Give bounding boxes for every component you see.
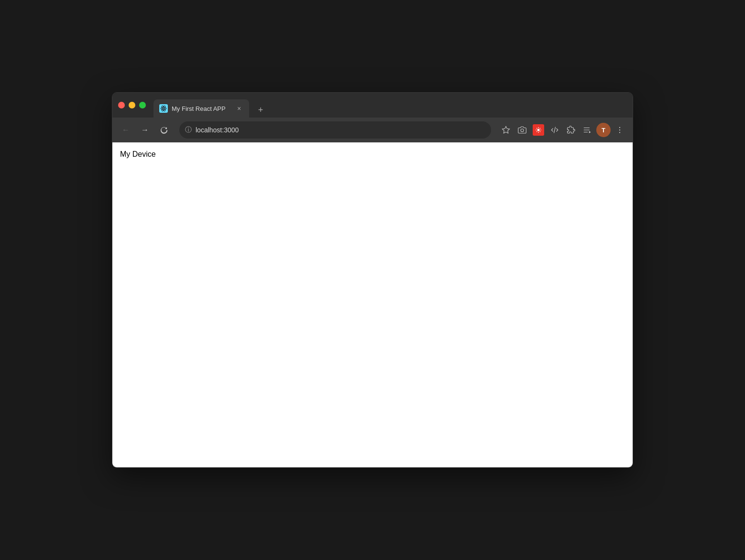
nav-actions: T xyxy=(499,123,627,137)
camera-icon xyxy=(518,126,526,134)
nav-bar: ← → ⓘ localhost:3000 xyxy=(112,118,633,142)
react-favicon-icon xyxy=(159,104,168,113)
svg-point-10 xyxy=(619,132,620,133)
page-body-text: My Device xyxy=(120,150,625,159)
extension-1-button[interactable] xyxy=(531,123,546,137)
puzzle-icon xyxy=(567,126,575,134)
address-bar[interactable]: ⓘ localhost:3000 xyxy=(179,121,491,139)
extension-gear-icon xyxy=(535,127,542,133)
active-tab[interactable]: My First React APP × xyxy=(153,99,249,118)
svg-point-6 xyxy=(537,129,540,131)
security-info-icon[interactable]: ⓘ xyxy=(185,126,192,134)
maximize-button[interactable] xyxy=(139,102,146,108)
screenshot-button[interactable] xyxy=(515,123,529,137)
tab-close-button[interactable]: × xyxy=(235,104,243,113)
extensions-button[interactable] xyxy=(564,123,578,137)
more-dots-icon xyxy=(615,126,624,134)
new-tab-button[interactable]: + xyxy=(253,102,268,118)
star-icon xyxy=(502,126,510,134)
traffic-lights xyxy=(118,102,146,108)
svg-point-4 xyxy=(163,108,164,109)
tab-title: My First React APP xyxy=(172,105,231,112)
svg-marker-7 xyxy=(589,131,591,133)
reload-icon xyxy=(160,126,168,134)
playlist-icon xyxy=(583,126,592,134)
svg-point-5 xyxy=(521,129,524,132)
extension-1-icon xyxy=(533,124,544,136)
page-content: My Device xyxy=(112,142,633,467)
address-text: localhost:3000 xyxy=(196,126,485,134)
reload-button[interactable] xyxy=(156,122,172,138)
bookmark-button[interactable] xyxy=(499,123,513,137)
playlist-button[interactable] xyxy=(580,123,594,137)
code-extension-button[interactable] xyxy=(548,123,562,137)
title-bar: My First React APP × + xyxy=(112,93,633,118)
profile-button[interactable]: T xyxy=(596,123,611,137)
close-button[interactable] xyxy=(118,102,125,108)
brackets-icon xyxy=(550,126,559,134)
svg-point-8 xyxy=(619,127,620,128)
tabs-area: My First React APP × + xyxy=(153,93,627,118)
minimize-button[interactable] xyxy=(129,102,135,108)
svg-point-9 xyxy=(619,129,620,130)
more-options-button[interactable] xyxy=(613,123,627,137)
back-button[interactable]: ← xyxy=(118,122,133,138)
forward-button[interactable]: → xyxy=(137,122,153,138)
browser-window: My First React APP × + ← → ⓘ localhost:3… xyxy=(112,92,633,468)
